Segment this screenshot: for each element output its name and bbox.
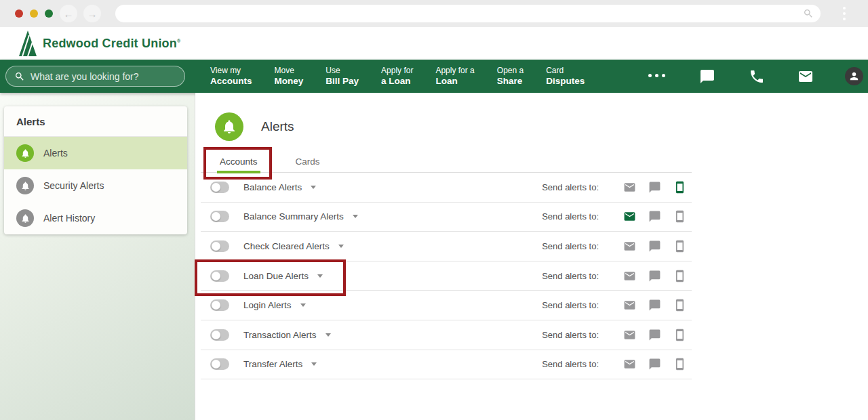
close-window-button[interactable]	[15, 9, 23, 18]
registered-mark: ®	[177, 39, 180, 43]
send-alerts-group: Send alerts to:	[542, 358, 686, 371]
alert-toggle[interactable]	[210, 329, 229, 341]
alerts-list: Balance Alerts Send alerts to: Balance S…	[201, 173, 692, 379]
nav-menu-item[interactable]: Apply for a Loan	[435, 66, 474, 87]
tab-cards[interactable]: Cards	[293, 152, 323, 172]
site-header: Redwood Credit Union®	[0, 27, 868, 60]
nav-menu-item[interactable]: Card Disputes	[546, 66, 585, 87]
profile-avatar[interactable]	[845, 67, 863, 85]
alert-toggle[interactable]	[210, 240, 229, 252]
bell-badge	[16, 144, 34, 162]
alert-row: Balance Summary Alerts Send alerts to:	[201, 203, 692, 232]
alert-row: Transfer Alerts Send alerts to:	[201, 350, 692, 380]
sidebar-title: Alerts	[4, 106, 187, 137]
email-channel-icon[interactable]	[623, 210, 636, 223]
mobile-channel-icon[interactable]	[673, 299, 686, 312]
chevron-down-icon[interactable]	[353, 215, 358, 218]
mobile-channel-icon[interactable]	[673, 358, 686, 371]
email-channel-icon[interactable]	[623, 181, 636, 194]
alert-row: Transaction Alerts Send alerts to:	[201, 320, 692, 350]
chat-icon[interactable]	[699, 68, 715, 85]
mobile-channel-icon[interactable]	[673, 210, 686, 223]
send-alerts-group: Send alerts to:	[542, 299, 686, 312]
site-search[interactable]	[5, 66, 185, 87]
brand-name[interactable]: Redwood Credit Union®	[43, 37, 180, 51]
more-menu-icon[interactable]	[648, 74, 665, 77]
sidebar-item-alerts[interactable]: Alerts	[4, 137, 187, 169]
alert-row: Loan Due Alerts Send alerts to:	[201, 261, 692, 291]
url-input[interactable]	[115, 9, 803, 18]
bell-icon	[20, 148, 31, 159]
email-channel-icon[interactable]	[623, 240, 636, 253]
alert-toggle[interactable]	[210, 211, 229, 222]
bell-icon	[221, 119, 237, 135]
alerts-header-badge	[215, 112, 243, 141]
redwood-tree-logo-icon	[19, 30, 37, 56]
alert-toggle[interactable]	[210, 270, 229, 282]
alert-toggle[interactable]	[210, 299, 229, 311]
email-channel-icon[interactable]	[623, 270, 636, 282]
sidebar-item-security-alerts[interactable]: Security Alerts	[4, 169, 187, 202]
bell-badge	[16, 209, 34, 227]
bell-icon	[20, 181, 31, 191]
mail-icon[interactable]	[797, 68, 814, 85]
maximize-window-button[interactable]	[45, 9, 53, 18]
page-header: Alerts	[215, 112, 868, 141]
browser-back-button[interactable]: ←	[60, 5, 77, 22]
main-navigation: View my Accounts Move Money Use Bill Pay…	[0, 60, 868, 93]
nav-menu-item[interactable]: Open a Share	[497, 66, 524, 87]
sms-channel-icon[interactable]	[648, 270, 661, 282]
sidebar-item-alert-history[interactable]: Alert History	[4, 202, 187, 234]
chevron-down-icon[interactable]	[326, 333, 331, 337]
mobile-channel-icon[interactable]	[673, 270, 686, 282]
window-controls	[15, 9, 53, 18]
send-alerts-group: Send alerts to:	[542, 210, 686, 223]
browser-menu-icon[interactable]	[843, 7, 846, 20]
browser-chrome: ← →	[0, 0, 868, 27]
alert-row: Check Cleared Alerts Send alerts to:	[201, 232, 692, 261]
sms-channel-icon[interactable]	[648, 329, 661, 341]
minimize-window-button[interactable]	[30, 9, 38, 18]
page-title: Alerts	[261, 119, 294, 134]
chevron-down-icon[interactable]	[311, 362, 317, 366]
sms-channel-icon[interactable]	[648, 181, 661, 194]
nav-menu-item[interactable]: Use Bill Pay	[326, 66, 359, 87]
sms-channel-icon[interactable]	[648, 240, 661, 253]
tab-accounts[interactable]: Accounts	[217, 152, 260, 172]
chevron-down-icon[interactable]	[338, 245, 344, 248]
nav-menu-item[interactable]: View my Accounts	[210, 66, 252, 87]
main-content: Alerts Accounts Cards Balance Alerts Sen…	[195, 93, 868, 420]
mobile-channel-icon[interactable]	[673, 240, 686, 253]
nav-menu-item[interactable]: Move Money	[275, 66, 304, 87]
chevron-down-icon[interactable]	[317, 274, 323, 278]
nav-menu: View my Accounts Move Money Use Bill Pay…	[210, 60, 585, 93]
search-icon[interactable]	[803, 8, 814, 19]
search-icon	[14, 71, 25, 82]
site-search-input[interactable]	[31, 71, 176, 82]
mobile-channel-icon[interactable]	[673, 329, 686, 341]
browser-forward-button[interactable]: →	[83, 5, 101, 22]
nav-menu-item[interactable]: Apply for a Loan	[381, 66, 413, 87]
alert-row: Login Alerts Send alerts to:	[201, 291, 692, 320]
person-icon	[848, 70, 860, 82]
email-channel-icon[interactable]	[623, 329, 636, 341]
chevron-down-icon[interactable]	[300, 303, 306, 307]
sms-channel-icon[interactable]	[648, 299, 661, 312]
phone-icon[interactable]	[749, 68, 765, 85]
sms-channel-icon[interactable]	[648, 210, 661, 223]
sms-channel-icon[interactable]	[648, 358, 661, 371]
alert-toggle[interactable]	[210, 182, 229, 193]
alert-toggle[interactable]	[210, 358, 229, 370]
email-channel-icon[interactable]	[623, 358, 636, 371]
bell-icon	[20, 213, 31, 224]
bell-badge	[16, 177, 34, 194]
email-channel-icon[interactable]	[623, 299, 636, 312]
send-alerts-group: Send alerts to:	[542, 181, 686, 194]
address-bar[interactable]	[115, 5, 821, 22]
send-alerts-group: Send alerts to:	[542, 270, 686, 282]
chevron-down-icon[interactable]	[311, 186, 316, 189]
alert-row: Balance Alerts Send alerts to:	[201, 173, 692, 203]
alerts-menu-card: Alerts Alerts Security Alerts Alert Hist…	[4, 106, 187, 234]
sidebar: Alerts Alerts Security Alerts Alert Hist…	[0, 93, 195, 420]
mobile-channel-icon[interactable]	[673, 181, 686, 194]
